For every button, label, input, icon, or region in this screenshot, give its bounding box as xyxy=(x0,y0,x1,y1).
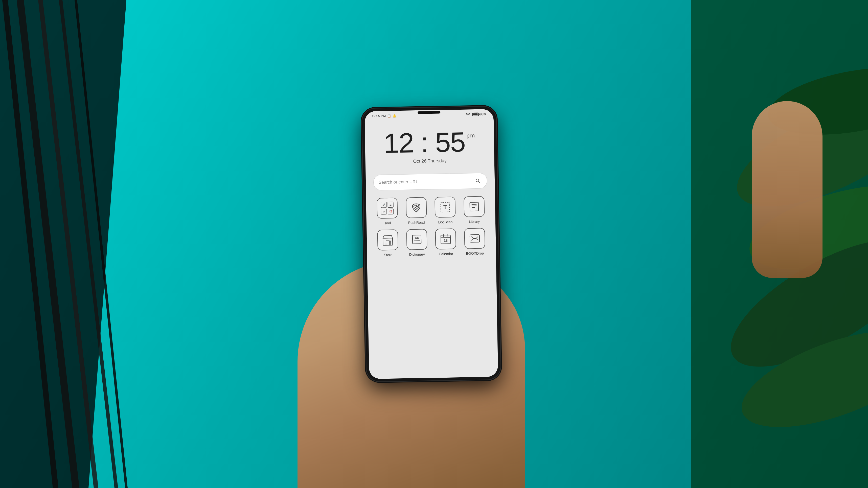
svg-rect-16 xyxy=(470,202,478,211)
app-item-library[interactable]: Library xyxy=(461,196,488,224)
clock-ampm: p.m. xyxy=(467,133,475,139)
tool-sub-3: ⊙ xyxy=(381,209,387,215)
svg-line-4 xyxy=(76,0,126,488)
calendar-label: Calendar xyxy=(439,252,453,256)
app-grid-row2: Store Aa Dictionary xyxy=(374,228,488,257)
svg-line-12 xyxy=(478,182,480,183)
dictionary-icon-svg: Aa xyxy=(410,233,423,246)
clock-time: 12 : 55 p.m. xyxy=(383,128,476,157)
store-icon-svg xyxy=(381,234,394,247)
pushread-label: PushRead xyxy=(408,220,425,225)
dictionary-app-icon[interactable]: Aa xyxy=(406,229,427,250)
docscan-label: DocScan xyxy=(438,220,453,224)
svg-rect-21 xyxy=(383,238,393,246)
calendar-icon-svg: 18 xyxy=(439,233,452,246)
app-item-store[interactable]: Store xyxy=(374,229,401,257)
search-icon[interactable] xyxy=(474,176,482,185)
clock-section: 12 : 55 p.m. Oct 26 Thursday xyxy=(372,128,487,165)
docscan-icon-svg: T xyxy=(439,201,452,214)
status-left: 12:55 PM 📋 🔔 xyxy=(372,114,396,118)
phone-outer: 12:55 PM 📋 🔔 xyxy=(362,106,501,381)
left-plants xyxy=(0,0,164,488)
library-app-icon[interactable] xyxy=(464,196,485,217)
app-item-dictionary[interactable]: Aa Dictionary xyxy=(403,229,430,257)
tool-app-icon[interactable]: 🎤 ☰ ⊙ ⏰ xyxy=(377,197,398,219)
app-item-pushread[interactable]: PushRead xyxy=(403,197,430,225)
svg-text:18: 18 xyxy=(444,238,448,242)
search-placeholder[interactable]: Search or enter URL xyxy=(379,178,471,185)
screen-content: 12 : 55 p.m. Oct 26 Thursday Search or e… xyxy=(365,118,498,379)
clock-date: Oct 26 Thursday xyxy=(413,158,447,164)
pushread-app-icon[interactable] xyxy=(406,197,427,218)
pushread-icon-svg xyxy=(410,201,423,214)
library-label: Library xyxy=(469,220,480,224)
app-item-booxdrop[interactable]: BOOXDrop xyxy=(461,228,488,256)
tool-sub-4: ⏰ xyxy=(388,209,394,215)
svg-text:Aa: Aa xyxy=(415,236,419,240)
phone-screen: 12:55 PM 📋 🔔 xyxy=(365,109,498,379)
search-bar[interactable]: Search or enter URL xyxy=(373,173,487,191)
docscan-app-icon[interactable]: T xyxy=(435,197,456,218)
svg-point-13 xyxy=(416,206,417,207)
dictionary-label: Dictionary xyxy=(409,252,425,256)
battery-container: 93% xyxy=(472,112,486,116)
app-grid-row1: 🎤 ☰ ⊙ ⏰ Tool xyxy=(374,196,488,225)
status-alert-icon: 🔔 xyxy=(393,114,396,118)
clock-digits: 12 : 55 xyxy=(383,128,465,157)
library-icon-svg xyxy=(468,200,480,213)
phone-notch xyxy=(417,111,440,114)
booxdrop-label: BOOXDrop xyxy=(466,251,484,255)
battery-percent: 93% xyxy=(480,112,486,116)
tool-label: Tool xyxy=(384,221,391,225)
app-item-calendar[interactable]: 18 Calendar xyxy=(432,228,459,256)
tool-sub-2: ☰ xyxy=(388,202,394,207)
store-label: Store xyxy=(384,253,393,257)
app-item-docscan[interactable]: T DocScan xyxy=(431,197,459,224)
status-right: 93% xyxy=(466,112,486,116)
calendar-app-icon[interactable]: 18 xyxy=(435,228,456,249)
booxdrop-app-icon[interactable] xyxy=(464,228,485,249)
battery-icon xyxy=(472,112,479,116)
svg-text:T: T xyxy=(443,204,447,210)
svg-rect-22 xyxy=(386,241,390,245)
battery-fill xyxy=(473,113,477,115)
right-hand xyxy=(752,101,823,278)
store-app-icon[interactable] xyxy=(377,229,398,250)
status-clipboard-icon: 📋 xyxy=(387,114,391,118)
phone-shell: 12:55 PM 📋 🔔 xyxy=(362,106,501,381)
app-item-tool[interactable]: 🎤 ☰ ⊙ ⏰ Tool xyxy=(374,197,401,225)
booxdrop-icon-svg xyxy=(468,232,481,245)
wifi-icon xyxy=(466,112,470,116)
status-time: 12:55 PM xyxy=(372,114,386,118)
search-bar-container[interactable]: Search or enter URL xyxy=(373,173,487,191)
tool-sub-1: 🎤 xyxy=(381,202,387,207)
